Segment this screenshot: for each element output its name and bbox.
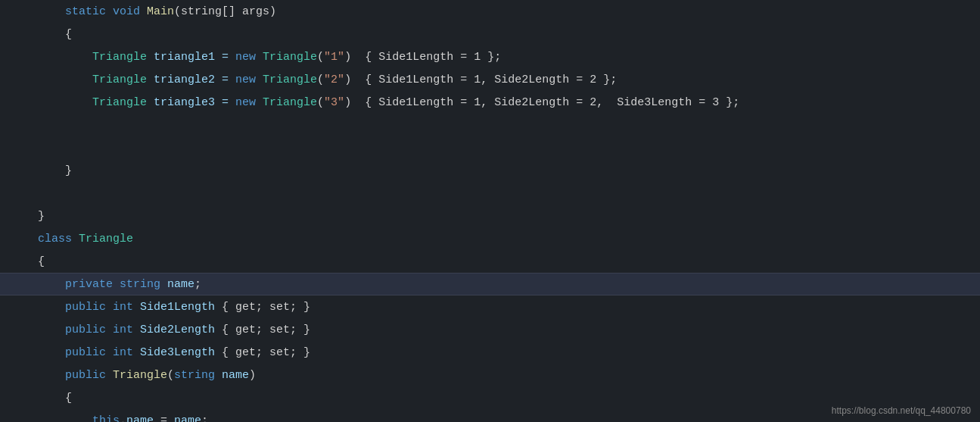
code-token: ( <box>167 369 174 382</box>
code-token: Triangle <box>263 73 317 86</box>
code-token: Side1Length <box>140 301 215 314</box>
line-content: } <box>30 164 980 177</box>
line-content: { <box>30 255 980 268</box>
code-token: name <box>174 414 201 423</box>
code-token: name <box>126 414 154 423</box>
code-token: { <box>38 28 72 41</box>
code-token: string <box>174 369 222 382</box>
code-token: { <box>38 392 72 405</box>
code-token: "1" <box>324 51 344 64</box>
code-token: } <box>38 210 45 223</box>
code-token: ) { Side1Length = 1, Side2Length = 2, Si… <box>344 96 739 109</box>
line-content: Triangle triangle1 = new Triangle("1") {… <box>30 51 980 64</box>
code-line <box>0 136 980 159</box>
code-line: public int Side1Length { get; set; } <box>0 295 980 318</box>
code-line: { <box>0 250 980 273</box>
code-line <box>0 114 980 136</box>
code-token: Triangle <box>263 51 317 64</box>
line-content <box>30 187 980 200</box>
code-token: private <box>65 278 120 291</box>
code-token: "3" <box>324 96 344 109</box>
code-token: name <box>222 369 249 382</box>
code-token: Triangle <box>79 233 133 245</box>
code-line: public Triangle(string name) <box>0 364 980 386</box>
code-token: public <box>65 324 113 336</box>
code-line <box>0 182 980 205</box>
code-line: class Triangle <box>0 227 980 250</box>
code-container: static void Main(string[] args) { Triang… <box>0 0 980 422</box>
code-token: this <box>92 414 120 423</box>
code-token: ( <box>317 73 324 86</box>
code-token: Triangle <box>263 96 317 109</box>
code-token: triangle3 = <box>147 96 235 109</box>
code-token <box>38 346 65 359</box>
code-token: string <box>120 278 167 291</box>
line-content: Triangle triangle2 = new Triangle("2") {… <box>30 73 980 86</box>
line-content: class Triangle <box>30 233 980 245</box>
code-token: public <box>65 301 113 314</box>
code-token: } <box>38 164 72 177</box>
code-line: Triangle triangle3 = new Triangle("3") {… <box>0 91 980 114</box>
line-content <box>30 142 980 155</box>
line-content: public Triangle(string name) <box>30 369 980 382</box>
code-token: int <box>113 301 140 314</box>
code-token: ) <box>249 369 256 382</box>
code-line: Triangle triangle2 = new Triangle("2") {… <box>0 68 980 91</box>
code-token: = <box>154 414 174 423</box>
code-token: ( <box>317 51 324 64</box>
code-line: public int Side2Length { get; set; } <box>0 318 980 341</box>
code-token: Main <box>147 5 174 18</box>
code-token: class <box>38 233 79 245</box>
code-token: public <box>65 346 113 359</box>
code-token: triangle2 = <box>147 73 235 86</box>
code-token <box>38 301 65 314</box>
code-token <box>38 51 92 64</box>
code-token: { get; set; } <box>215 346 310 359</box>
code-token <box>38 73 92 86</box>
code-token: ; <box>194 278 201 291</box>
line-content: } <box>30 210 980 223</box>
code-line: public int Side3Length { get; set; } <box>0 341 980 364</box>
line-content <box>30 119 980 132</box>
line-content: { <box>30 392 980 405</box>
line-content: Triangle triangle3 = new Triangle("3") {… <box>30 96 980 109</box>
code-token: Triangle <box>113 369 167 382</box>
code-token: new <box>235 96 263 109</box>
code-token: new <box>235 73 263 86</box>
code-token: new <box>235 51 263 64</box>
code-token <box>38 96 92 109</box>
code-token: "2" <box>324 73 344 86</box>
line-content: public int Side2Length { get; set; } <box>30 324 980 336</box>
code-token: int <box>113 346 140 359</box>
code-token: Triangle <box>92 51 147 64</box>
code-token: { get; set; } <box>215 301 310 314</box>
code-token: int <box>113 324 140 336</box>
line-content: public int Side3Length { get; set; } <box>30 346 980 359</box>
code-line: private string name; <box>0 273 980 295</box>
code-token: public <box>65 369 113 382</box>
code-token <box>38 324 65 336</box>
code-token: (string[] args) <box>174 5 276 18</box>
code-line: } <box>0 205 980 227</box>
code-token <box>38 414 92 423</box>
code-token: Triangle <box>92 96 147 109</box>
code-token: . <box>120 414 126 423</box>
code-token: name <box>167 278 194 291</box>
code-token: ) { Side1Length = 1, Side2Length = 2 }; <box>344 73 617 86</box>
code-line: { <box>0 23 980 45</box>
line-content: { <box>30 28 980 41</box>
code-token: static void <box>38 5 147 18</box>
code-token <box>38 369 65 382</box>
code-token: ; <box>201 414 208 423</box>
code-token: triangle1 = <box>147 51 235 64</box>
code-line: Triangle triangle1 = new Triangle("1") {… <box>0 45 980 68</box>
line-content: private string name; <box>30 278 980 291</box>
code-token: ( <box>317 96 324 109</box>
code-token <box>38 278 65 291</box>
code-token: ) { Side1Length = 1 }; <box>344 51 501 64</box>
code-token: Side2Length <box>140 324 215 336</box>
line-content: public int Side1Length { get; set; } <box>30 301 980 314</box>
code-token: { get; set; } <box>215 324 310 336</box>
code-token: Triangle <box>92 73 147 86</box>
code-token: { <box>38 255 45 268</box>
